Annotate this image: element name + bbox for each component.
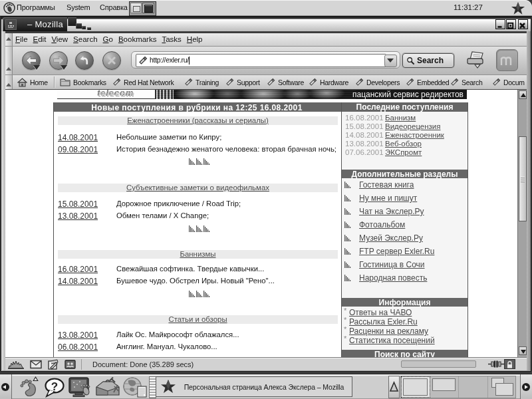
news-date-link[interactable]: 16.08.2001 bbox=[58, 265, 98, 274]
banner-telecom[interactable]: telecom bbox=[57, 90, 156, 99]
latest-link[interactable]: Видеорецензия bbox=[385, 122, 441, 130]
bookmark-item-6[interactable]: Hardware bbox=[309, 77, 348, 87]
menu-edit[interactable]: Edit bbox=[33, 35, 47, 43]
search-button[interactable]: Search bbox=[402, 53, 454, 68]
panel-hide-left-button[interactable] bbox=[0, 374, 12, 399]
info-link[interactable]: Расценки на рекламу bbox=[349, 327, 428, 336]
maximize-button[interactable] bbox=[506, 19, 516, 29]
titlebar-tab[interactable]: – Mozilla bbox=[3, 17, 67, 31]
composer-component-icon[interactable] bbox=[47, 359, 59, 370]
section-link[interactable]: Еженастроенники (рассказы и сериалы) bbox=[127, 116, 269, 124]
panel-menu-system[interactable]: System bbox=[66, 3, 90, 11]
back-dropdown-icon[interactable] bbox=[33, 65, 40, 70]
news-date-link[interactable]: 13.08.2001 bbox=[58, 211, 98, 221]
star-applet-icon[interactable] bbox=[511, 1, 525, 15]
bookmark-item-4[interactable]: Support bbox=[225, 77, 260, 87]
bookmark-item-7[interactable]: Developers bbox=[355, 77, 400, 87]
online-plug-icon[interactable] bbox=[488, 360, 504, 368]
pager-desktop-3[interactable] bbox=[459, 376, 488, 398]
news-date-link[interactable]: 13.08.2001 bbox=[58, 331, 98, 340]
scrollbar-up-button[interactable] bbox=[519, 90, 527, 99]
menu-view[interactable]: View bbox=[51, 35, 68, 43]
extra-link[interactable]: Ну мне и пишут bbox=[359, 194, 417, 203]
section-link[interactable]: Баннизмы bbox=[180, 250, 216, 258]
bookmark-item-0[interactable]: Home bbox=[17, 77, 48, 87]
extra-link[interactable]: Фотоальбом bbox=[359, 220, 405, 229]
titlebar[interactable] bbox=[66, 19, 531, 33]
menu-file[interactable]: File bbox=[15, 35, 28, 43]
terminal-launcher[interactable] bbox=[68, 376, 93, 398]
stop-button[interactable] bbox=[102, 51, 121, 70]
bookmark-item-3[interactable]: Training bbox=[184, 77, 219, 87]
extra-link[interactable]: Народная повесть bbox=[359, 273, 427, 283]
pager-desktop-1-active[interactable] bbox=[401, 376, 430, 398]
gnome-footprint-launcher[interactable] bbox=[17, 376, 40, 398]
web-browser-launcher[interactable] bbox=[122, 376, 150, 398]
section-link[interactable]: Субъективные заметки о видеофильмах bbox=[126, 184, 269, 192]
latest-link[interactable]: Веб-обзор bbox=[385, 140, 422, 148]
menu-help[interactable]: Help bbox=[187, 35, 203, 43]
menu-search[interactable]: Search bbox=[73, 35, 97, 43]
window-icon[interactable] bbox=[5, 19, 17, 30]
extra-link[interactable]: FTP сервер Exler.Ru bbox=[359, 247, 434, 256]
security-lock-button[interactable] bbox=[504, 359, 515, 369]
info-link[interactable]: Статистика посещений bbox=[349, 336, 435, 345]
help-launcher[interactable]: ? bbox=[44, 378, 66, 398]
latest-link[interactable]: ЭКСпромт bbox=[385, 148, 422, 156]
pager-desktop-2[interactable] bbox=[430, 376, 459, 398]
addressbook-component-icon[interactable] bbox=[65, 360, 76, 369]
view-button-full[interactable] bbox=[142, 3, 154, 13]
navigator-component-icon[interactable] bbox=[7, 359, 25, 370]
section-link[interactable]: Статьи и обзоры bbox=[168, 315, 227, 323]
menubar-grippy[interactable] bbox=[5, 33, 13, 46]
banner-redirect-service[interactable]: пацанский сервис редиректов bbox=[156, 90, 467, 99]
url-dropdown-button[interactable] bbox=[384, 55, 397, 67]
panel-menu-programs[interactable]: Программы bbox=[17, 3, 55, 11]
task-button[interactable]: Персональная страница Алекса Экслера – M… bbox=[156, 376, 352, 397]
bookmark-item-1[interactable]: Bookmarks bbox=[60, 77, 106, 87]
mail-component-icon[interactable] bbox=[30, 360, 42, 369]
extra-link[interactable]: Музей Экслер.Ру bbox=[359, 233, 423, 243]
bookmark-item-2[interactable]: Red Hat Network bbox=[112, 77, 174, 87]
bookmark-item-5[interactable]: Software bbox=[267, 77, 304, 87]
extra-link[interactable]: Чат на Экслер.Ру bbox=[359, 207, 424, 216]
scrollbar-down-button[interactable] bbox=[519, 346, 527, 355]
latest-link[interactable]: Баннизм bbox=[385, 114, 416, 122]
news-date-link[interactable]: 09.08.2001 bbox=[58, 145, 98, 154]
scrollbar-thumb[interactable] bbox=[519, 136, 527, 221]
vertical-scrollbar[interactable] bbox=[517, 90, 527, 357]
deskguide-button[interactable] bbox=[388, 376, 400, 398]
navbar-grippy[interactable] bbox=[5, 47, 13, 74]
news-date-link[interactable]: 14.08.2001 bbox=[58, 277, 98, 286]
mozilla-throbber[interactable] bbox=[496, 49, 518, 71]
latest-link[interactable]: Еженастроенник bbox=[385, 131, 444, 139]
pager-desktop-4[interactable] bbox=[488, 376, 517, 398]
icon-pixel bbox=[8, 27, 13, 28]
bookmark-item-8[interactable]: Embedded bbox=[406, 77, 449, 87]
news-date-link[interactable]: 14.08.2001 bbox=[58, 133, 98, 142]
desk-guide-pager[interactable] bbox=[400, 376, 516, 398]
reload-button[interactable] bbox=[75, 51, 94, 70]
print-icon[interactable] bbox=[462, 50, 489, 71]
gnome-menu-icon[interactable] bbox=[3, 2, 15, 14]
news-date-link[interactable]: 06.08.2001 bbox=[58, 342, 98, 352]
menu-bookmarks[interactable]: Bookmarks bbox=[118, 35, 157, 43]
toolbox-launcher[interactable] bbox=[94, 376, 122, 398]
extra-link[interactable]: Гостиница в Сочи bbox=[359, 260, 425, 269]
bookmark-item-9[interactable]: Search bbox=[450, 77, 482, 87]
panel-hide-right-button[interactable] bbox=[520, 374, 532, 399]
close-button[interactable] bbox=[518, 19, 528, 29]
window-title: – Mozilla bbox=[27, 19, 63, 29]
url-input[interactable]: http://exler.ru/ bbox=[136, 54, 386, 67]
menu-go[interactable]: Go bbox=[103, 35, 113, 43]
bookmark-item-10[interactable]: Docum bbox=[492, 77, 525, 87]
minimize-button[interactable] bbox=[495, 19, 505, 29]
info-link[interactable]: Ответы на ЧАВО bbox=[349, 308, 412, 317]
menu-tasks[interactable]: Tasks bbox=[162, 35, 181, 43]
extra-link[interactable]: Гостевая книга bbox=[359, 180, 414, 190]
panel-menu-help[interactable]: Справка bbox=[100, 3, 128, 11]
info-link[interactable]: Рассылка Exler.Ru bbox=[349, 317, 418, 327]
forward-dropdown-icon[interactable] bbox=[61, 65, 67, 70]
view-button-windowed[interactable] bbox=[130, 3, 142, 13]
news-date-link[interactable]: 15.08.2001 bbox=[58, 200, 98, 209]
